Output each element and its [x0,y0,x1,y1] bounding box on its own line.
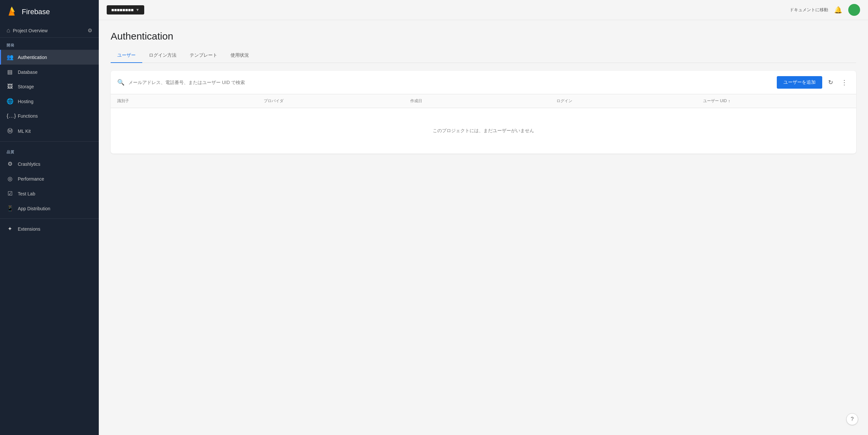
more-options-button[interactable]: ⋮ [839,77,849,88]
add-user-button[interactable]: ユーザーを追加 [777,76,822,89]
sidebar-performance-label: Performance [18,176,44,181]
users-card: 🔍 ユーザーを追加 ↻ ⋮ 識別子 プロバイダ 作成日 ログイン ユーザー UI… [111,71,856,153]
page-title: Authentication [111,31,856,42]
project-overview-label: Project Overview [13,28,85,33]
sidebar-divider-2 [0,219,99,219]
content-area: Authentication ユーザー ログイン方法 テンプレート 使用状況 🔍… [99,20,868,435]
sidebar-authentication-label: Authentication [18,55,47,60]
database-icon: ▤ [7,68,13,76]
sort-ascending-icon: ↑ [728,99,730,104]
chevron-down-icon: ▼ [136,7,140,12]
extensions-icon: ✦ [7,225,13,232]
col-identifier: 識別子 [117,98,264,104]
sidebar-extensions-label: Extensions [18,226,40,232]
tab-bar: ユーザー ログイン方法 テンプレート 使用状況 [111,49,856,63]
tab-users[interactable]: ユーザー [111,49,142,63]
appdistribution-icon: 📱 [7,205,13,212]
project-name: ■■■■■■■■ [111,7,134,12]
sidebar-logo: Firebase [0,0,99,24]
sidebar-testlab-label: Test Lab [18,191,35,196]
sidebar-database-label: Database [18,69,37,75]
search-input[interactable] [128,80,773,85]
main-content: ■■■■■■■■ ▼ ドキュメントに移動 🔔 ? Authentication … [99,0,868,435]
testlab-icon: ☑ [7,190,13,197]
user-avatar[interactable] [848,4,860,16]
home-icon: ⌂ [7,27,10,34]
tab-usage[interactable]: 使用状況 [224,49,255,63]
search-icon: 🔍 [117,79,124,86]
table-header: 識別子 プロバイダ 作成日 ログイン ユーザー UID ↑ [111,94,856,108]
tab-templates[interactable]: テンプレート [183,49,224,63]
mlkit-icon: Ⓜ [7,127,13,135]
sidebar-crashlytics-label: Crashlytics [18,162,40,167]
sidebar-appdistribution-label: App Distribution [18,206,51,211]
sidebar-mlkit-label: ML Kit [18,128,31,134]
sidebar-item-appdistribution[interactable]: 📱 App Distribution [0,201,99,216]
refresh-button[interactable]: ↻ [826,77,835,88]
sidebar-functions-label: Functions [18,113,38,119]
help-icon: ? [851,416,854,422]
settings-icon[interactable]: ⚙ [88,27,92,34]
sidebar-item-crashlytics[interactable]: ⚙ Crashlytics [0,156,99,171]
project-selector[interactable]: ■■■■■■■■ ▼ [107,5,144,14]
storage-icon: 🖼 [7,83,13,90]
sidebar-storage-label: Storage [18,84,34,89]
section-label-quality: 品質 [0,144,99,156]
section-label-dev: 開発 [0,37,99,50]
sidebar-item-testlab[interactable]: ☑ Test Lab [0,186,99,201]
sidebar-item-hosting[interactable]: 🌐 Hosting [0,94,99,109]
hosting-icon: 🌐 [7,98,13,105]
sidebar-item-storage[interactable]: 🖼 Storage [0,80,99,94]
col-uid[interactable]: ユーザー UID ↑ [703,98,849,104]
sidebar-hosting-label: Hosting [18,99,33,104]
doc-link[interactable]: ドキュメントに移動 [789,7,828,13]
sidebar-item-functions[interactable]: {…} Functions [0,109,99,123]
sidebar-item-extensions[interactable]: ✦ Extensions [0,222,99,236]
functions-icon: {…} [7,113,13,119]
authentication-icon: 👥 [7,54,13,61]
topbar-right: ドキュメントに移動 🔔 ? [789,4,860,16]
help-button[interactable]: ? [846,413,858,425]
sidebar: Firebase ⌂ Project Overview ⚙ 開発 👥 Authe… [0,0,99,435]
notifications-icon[interactable]: 🔔 [834,6,842,14]
col-signin: ログイン [557,98,703,104]
col-created: 作成日 [410,98,557,104]
sidebar-item-mlkit[interactable]: Ⓜ ML Kit [0,123,99,139]
sidebar-item-database[interactable]: ▤ Database [0,65,99,80]
tab-signin-methods[interactable]: ログイン方法 [142,49,183,63]
sidebar-logo-text: Firebase [22,7,50,16]
firebase-logo-icon [7,6,19,18]
performance-icon: ◎ [7,175,13,182]
project-overview-row[interactable]: ⌂ Project Overview ⚙ [0,24,99,37]
topbar-left: ■■■■■■■■ ▼ [107,5,144,14]
topbar: ■■■■■■■■ ▼ ドキュメントに移動 🔔 ? [99,0,868,20]
search-bar: 🔍 ユーザーを追加 ↻ ⋮ [111,71,856,94]
col-provider: プロバイダ [264,98,410,104]
crashlytics-icon: ⚙ [7,161,13,167]
sidebar-divider-1 [0,141,99,142]
sidebar-item-performance[interactable]: ◎ Performance [0,171,99,186]
sidebar-item-authentication[interactable]: 👥 Authentication [0,50,99,65]
empty-state: このプロジェクトには、まだユーザーがいません [111,108,856,153]
